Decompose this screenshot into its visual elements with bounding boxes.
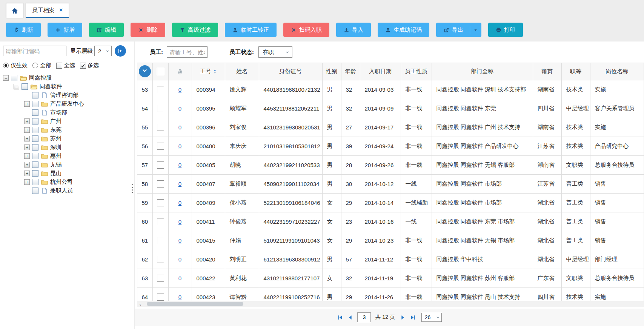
- expand-icon[interactable]: +: [24, 101, 30, 107]
- row-checkbox[interactable]: [157, 124, 164, 131]
- page-number-input[interactable]: [357, 312, 371, 322]
- table-row[interactable]: 600000411钟俊燕440223199710232227女232014-10…: [137, 212, 644, 231]
- table-row[interactable]: 610000415仲娟510921199109101043女292014-10-…: [137, 231, 644, 250]
- col-header[interactable]: 籍贯: [533, 63, 561, 80]
- display-level-select[interactable]: 2: [94, 46, 112, 56]
- table-row[interactable]: 540000395顾耀军445321198812052211男322014-09…: [137, 99, 644, 118]
- horizontal-scrollbar[interactable]: ‹: [137, 301, 644, 307]
- row-checkbox[interactable]: [157, 237, 164, 244]
- expand-icon[interactable]: +: [24, 145, 30, 150]
- attachment-count-link[interactable]: 0: [178, 200, 181, 206]
- attachment-count-link[interactable]: 0: [178, 181, 181, 187]
- tree-checkbox[interactable]: [32, 92, 38, 98]
- row-checkbox[interactable]: [157, 161, 164, 169]
- col-header[interactable]: 岗位名称: [590, 63, 644, 80]
- checkbox-option[interactable]: 多选: [80, 62, 99, 69]
- row-checkbox[interactable]: [157, 199, 164, 206]
- first-page-icon[interactable]: [337, 314, 343, 321]
- attachment-count-link[interactable]: 0: [178, 237, 181, 244]
- col-header[interactable]: 职等: [561, 63, 590, 80]
- col-header[interactable]: 入职日期: [360, 63, 401, 80]
- tree-node[interactable]: −同鑫软件: [3, 82, 131, 91]
- tree-checkbox[interactable]: [32, 153, 38, 159]
- row-checkbox[interactable]: [157, 105, 164, 112]
- home-tab[interactable]: [6, 3, 23, 18]
- expand-icon[interactable]: +: [24, 179, 30, 185]
- attachment-count-link[interactable]: 0: [178, 294, 181, 300]
- tree-checkbox[interactable]: [32, 109, 38, 116]
- header-dropdown-button[interactable]: [139, 65, 151, 77]
- expand-icon[interactable]: +: [24, 118, 30, 124]
- temp-to-regular-button[interactable]: 临时工转正: [225, 23, 277, 37]
- import-button[interactable]: 导入: [336, 23, 371, 37]
- attachment-count-link[interactable]: 0: [178, 275, 181, 281]
- table-row[interactable]: 570000405胡晓440232199211020533男282014-09-…: [137, 155, 644, 174]
- close-icon[interactable]: ×: [59, 7, 63, 14]
- employee-search-input[interactable]: [167, 46, 207, 58]
- table-row[interactable]: 550000396刘家俊431023199308020531男272014-09…: [137, 118, 644, 137]
- tree-checkbox[interactable]: [32, 188, 38, 194]
- row-checkbox[interactable]: [157, 218, 164, 225]
- table-row[interactable]: 530000394姚文辉440183198810072132男322014-09…: [137, 80, 644, 99]
- collapse-icon[interactable]: −: [3, 75, 9, 81]
- radio-icon[interactable]: [3, 63, 9, 68]
- print-button[interactable]: 打印: [488, 23, 523, 37]
- page-size-select[interactable]: 26: [421, 313, 442, 322]
- col-header[interactable]: 性别: [322, 63, 341, 80]
- attachment-count-link[interactable]: 0: [178, 162, 181, 168]
- row-checkbox[interactable]: [157, 180, 164, 188]
- scrollbar-thumb[interactable]: [147, 302, 243, 306]
- employee-status-select[interactable]: 在职: [258, 46, 292, 58]
- tree-checkbox[interactable]: [32, 127, 38, 133]
- tree-checkbox[interactable]: [32, 118, 38, 125]
- splitter-handle[interactable]: [131, 42, 134, 329]
- checkbox-option[interactable]: 全选: [56, 62, 75, 69]
- col-header[interactable]: 年龄: [341, 63, 360, 80]
- tree-checkbox[interactable]: [11, 75, 17, 81]
- export-dropdown-caret[interactable]: [470, 26, 478, 34]
- delete-button[interactable]: 删除: [131, 23, 165, 37]
- tree-node[interactable]: +昆山: [3, 169, 131, 178]
- select-all-checkbox[interactable]: [157, 68, 164, 75]
- tree-checkbox[interactable]: [32, 144, 38, 151]
- tree-checkbox[interactable]: [22, 83, 28, 90]
- expand-icon[interactable]: +: [24, 171, 30, 176]
- tree-node[interactable]: −同鑫控股: [3, 74, 131, 82]
- tree-node[interactable]: 兼职人员: [3, 186, 131, 195]
- add-button[interactable]: 新增: [48, 23, 82, 37]
- sort-icon[interactable]: [213, 69, 217, 74]
- expand-icon[interactable]: +: [24, 136, 30, 141]
- advanced-filter-button[interactable]: 高级过滤: [172, 23, 218, 37]
- last-page-icon[interactable]: [410, 314, 416, 321]
- scroll-left-icon[interactable]: ‹: [138, 301, 143, 307]
- collapse-icon[interactable]: −: [14, 84, 19, 89]
- tab-employee-archive[interactable]: 员工档案 ×: [26, 3, 69, 18]
- table-row[interactable]: 590000409优小燕522130199106184046女292014-10…: [137, 193, 644, 212]
- collapse-sidebar-button[interactable]: [115, 45, 126, 57]
- table-row[interactable]: 580000407覃裕顺450902199011102034男302014-10…: [137, 174, 644, 193]
- col-header[interactable]: 姓名: [225, 63, 259, 80]
- tree-checkbox[interactable]: [32, 170, 38, 177]
- tree-node[interactable]: +苏州: [3, 134, 131, 143]
- attachment-count-link[interactable]: 0: [178, 218, 181, 225]
- export-button[interactable]: 导出: [436, 23, 481, 37]
- row-checkbox[interactable]: [157, 294, 164, 301]
- tree-node[interactable]: +深圳: [3, 143, 131, 152]
- scan-onboard-button[interactable]: 扫码入职: [283, 23, 329, 37]
- tree-checkbox[interactable]: [32, 179, 38, 185]
- tree-checkbox[interactable]: [32, 161, 38, 168]
- attachment-count-link[interactable]: 0: [178, 86, 181, 93]
- row-checkbox[interactable]: [157, 275, 164, 282]
- tree-node[interactable]: +惠州: [3, 152, 131, 160]
- attachment-count-link[interactable]: 0: [178, 256, 181, 263]
- table-row[interactable]: 620000420刘明正612133196303300912男572014-11…: [137, 250, 644, 269]
- tree-node[interactable]: 管理咨询部: [3, 91, 131, 100]
- table-row[interactable]: 640000423谭智黔440221199108252716男292014-11…: [137, 287, 644, 301]
- edit-button[interactable]: 编辑: [89, 23, 124, 37]
- dept-code-input[interactable]: [3, 46, 66, 56]
- attachment-count-link[interactable]: 0: [178, 105, 181, 112]
- tree-node[interactable]: +无锡: [3, 160, 131, 169]
- refresh-button[interactable]: 刷新: [6, 23, 41, 37]
- generate-mnemonic-button[interactable]: 生成助记码: [378, 23, 429, 37]
- tree-node[interactable]: +产品研发中心: [3, 100, 131, 108]
